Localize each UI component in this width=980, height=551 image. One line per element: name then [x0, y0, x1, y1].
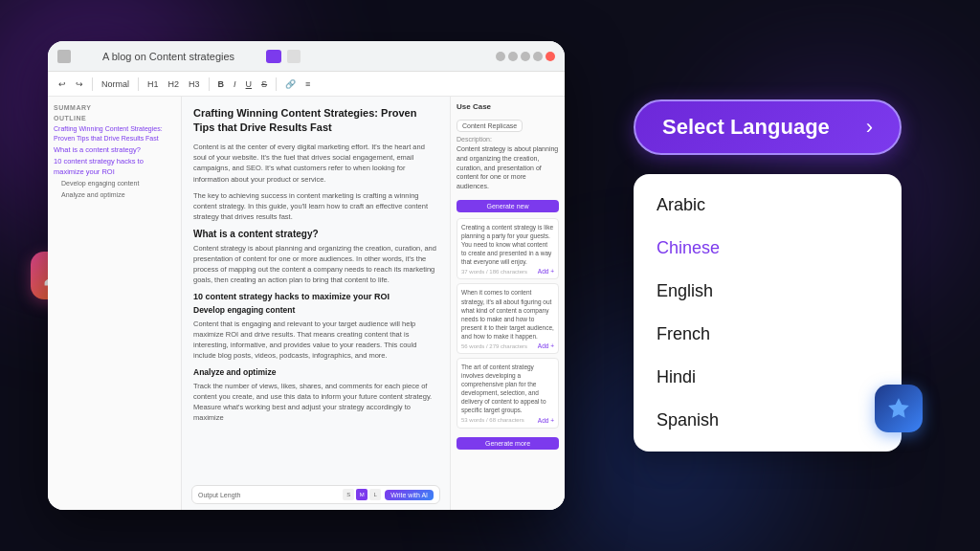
editor-toolbar-format: ↩ ↪ Normal H1 H2 H3 B I U S 🔗 ≡	[48, 72, 565, 97]
card-1-text: Creating a content strategy is like plan…	[461, 223, 554, 266]
format-undo[interactable]: ↩	[56, 78, 69, 90]
language-item-french[interactable]: French	[634, 313, 902, 356]
size-buttons: S M L	[343, 489, 381, 500]
separator2	[138, 77, 139, 91]
content-p1: Content is at the center of every digita…	[193, 142, 438, 185]
card-2-meta: 56 words / 279 characters	[461, 343, 527, 349]
usecase-card-2: When it comes to content strategy, it's …	[457, 283, 559, 354]
content-p5: Track the number of views, likes, shares…	[193, 381, 438, 424]
write-ai-button[interactable]: Write with AI	[385, 490, 434, 500]
separator	[92, 77, 93, 91]
editor-body: SUMMARY OUTLINE Crafting Winning Content…	[48, 97, 565, 510]
card-3-meta: 53 words / 68 characters	[461, 417, 524, 423]
language-item-arabic[interactable]: Arabic	[634, 184, 902, 227]
main-container: A blog on Content strategies ↩ ↪ Normal	[0, 0, 980, 551]
usecase-tab[interactable]: Content Replicase	[457, 120, 523, 132]
usecase-card-1: Creating a content strategy is like plan…	[457, 218, 559, 279]
format-h3[interactable]: H3	[186, 78, 203, 90]
generate-more-btn[interactable]: Generate more	[457, 437, 559, 450]
card-1-meta: 37 words / 186 characters	[461, 269, 527, 275]
content-h4: Develop engaging content	[193, 305, 438, 315]
content-h1: Crafting Winning Content Strategies: Pro…	[193, 106, 438, 136]
toolbar-icon-2	[287, 50, 301, 63]
write-bar: Output Length S M L Write with AI	[191, 485, 440, 504]
card-1-add[interactable]: Add +	[538, 268, 554, 275]
card-3-text: The art of content strategy involves dev…	[461, 363, 554, 415]
close-btn[interactable]	[546, 52, 555, 61]
editor-mockup: A blog on Content strategies ↩ ↪ Normal	[48, 41, 565, 510]
editor-wrapper: A blog on Content strategies ↩ ↪ Normal	[48, 41, 565, 510]
language-item-chinese[interactable]: Chinese	[634, 227, 902, 270]
sidebar-sublink-2: Analyze and optimize	[54, 190, 175, 200]
sidebar-link-1[interactable]: Crafting Winning Content Strategies: Pro…	[54, 124, 175, 143]
editor-content: Crafting Winning Content Strategies: Pro…	[182, 97, 450, 510]
summary-label: SUMMARY	[54, 104, 175, 111]
content-h2: What is a content strategy?	[193, 229, 438, 239]
sidebar-sublink-1: Develop engaging content	[54, 179, 175, 188]
usecase-desc: Content strategy is about planning and o…	[457, 144, 559, 191]
generate-btn[interactable]: Generate new	[457, 200, 559, 212]
size-m[interactable]: M	[356, 489, 368, 500]
format-h1[interactable]: H1	[145, 78, 162, 90]
language-list: Arabic Chinese English French Hindi Span…	[634, 174, 902, 452]
usecase-card-3: The art of content strategy involves dev…	[457, 358, 559, 429]
content-p3: Content strategy is about planning and o…	[193, 243, 438, 286]
size-l[interactable]: L	[369, 489, 381, 500]
editor-title: A blog on Content strategies	[77, 51, 260, 62]
card-3-add[interactable]: Add +	[538, 417, 554, 424]
format-align[interactable]: ≡	[302, 78, 313, 90]
chevron-down-icon: ›	[866, 115, 873, 140]
sidebar-link-2[interactable]: What is a content strategy?	[54, 145, 175, 156]
format-h2[interactable]: H2	[166, 78, 183, 90]
format-bold[interactable]: B	[215, 78, 228, 90]
language-item-english[interactable]: English	[634, 270, 902, 313]
dot-gray	[496, 52, 505, 61]
separator4	[276, 77, 277, 91]
outline-label: OUTLINE	[54, 115, 175, 121]
card-2-text: When it comes to content strategy, it's …	[461, 288, 554, 341]
content-p4: Content that is engaging and relevant to…	[193, 319, 438, 362]
size-s[interactable]: S	[343, 489, 354, 500]
right-panel: Select Language › Arabic Chinese English…	[565, 99, 932, 452]
content-p2: The key to achieving success in content …	[193, 190, 438, 223]
usecase-title: Use Case	[457, 102, 559, 111]
format-link[interactable]: 🔗	[282, 78, 299, 90]
dot-gray3	[521, 52, 530, 61]
select-language-label: Select Language	[662, 115, 830, 140]
dot-gray4	[533, 52, 543, 61]
format-underline[interactable]: U	[243, 78, 256, 90]
usecase-desc-label: Description:	[457, 136, 559, 143]
select-language-button[interactable]: Select Language ›	[634, 99, 902, 155]
editor-sidebar: SUMMARY OUTLINE Crafting Winning Content…	[48, 97, 182, 510]
format-redo[interactable]: ↪	[73, 78, 86, 90]
dot-gray2	[508, 52, 518, 61]
output-length-label: Output Length	[198, 492, 339, 498]
format-strike[interactable]: S	[258, 78, 270, 90]
toolbar-dots	[496, 52, 555, 61]
content-h5: Analyze and optimize	[193, 367, 438, 377]
menu-icon	[57, 50, 71, 63]
language-item-hindi[interactable]: Hindi	[634, 356, 902, 399]
language-item-spanish[interactable]: Spanish	[634, 399, 902, 442]
format-italic[interactable]: I	[231, 78, 239, 90]
toolbar-btn-purple[interactable]	[266, 50, 281, 63]
format-normal[interactable]: Normal	[99, 78, 132, 90]
separator3	[209, 77, 210, 91]
sidebar-link-3[interactable]: 10 content strategy hacks to maximize yo…	[54, 157, 175, 177]
editor-toolbar-top: A blog on Content strategies	[48, 41, 565, 72]
content-h3: 10 content strategy hacks to maximize yo…	[193, 292, 438, 301]
star-decoration	[875, 385, 923, 432]
usecase-panel: Use Case Content Replicase Description: …	[450, 97, 565, 510]
card-2-add[interactable]: Add +	[538, 342, 554, 349]
